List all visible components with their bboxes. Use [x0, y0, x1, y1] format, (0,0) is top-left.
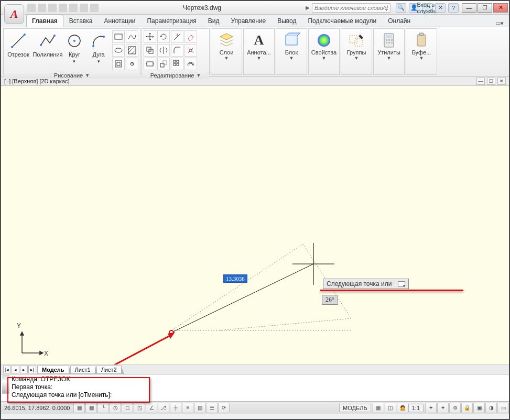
spline-icon[interactable] [126, 30, 138, 43]
tab-nav-last-icon[interactable]: ▸| [28, 366, 36, 373]
status-grid-icon[interactable]: ▦ [373, 403, 384, 413]
panel-properties[interactable]: Свойства▼ [308, 28, 340, 75]
grid-toggle[interactable]: ▦ [85, 403, 97, 413]
isolate-icon[interactable]: ◑ [485, 403, 497, 413]
explode-icon[interactable] [185, 44, 197, 57]
tool-line[interactable]: Отрезок [5, 30, 31, 58]
signin-label[interactable]: Вход в службы [422, 3, 432, 13]
qat-save-icon[interactable] [48, 4, 57, 12]
qat-redo-icon[interactable] [90, 4, 99, 12]
tool-circle[interactable]: Круг▾ [64, 30, 85, 64]
offset-icon[interactable] [185, 58, 197, 70]
lineweight-toggle[interactable]: ≡ [182, 403, 193, 413]
array-icon[interactable] [171, 58, 183, 70]
tab-view[interactable]: Вид [202, 15, 225, 27]
snap-toggle[interactable]: ▦ [73, 403, 85, 413]
viewport-label[interactable]: [–] [Верхняя] [2D каркас] [4, 78, 70, 84]
status-space[interactable]: МОДЕЛЬ [339, 404, 371, 412]
tab-plugins[interactable]: Подключаемые модули [302, 15, 382, 27]
qat-open-icon[interactable] [38, 4, 46, 12]
tab-online[interactable]: Онлайн [382, 15, 416, 27]
ducs-toggle[interactable]: ⎇ [158, 403, 169, 413]
tool-polyline[interactable]: Полилиния [35, 30, 61, 58]
erase-icon[interactable] [185, 30, 197, 43]
panel-block[interactable]: Блок▼ [276, 28, 307, 75]
status-coordinates[interactable]: 26.6015, 17.8962, 0.0000 [1, 405, 73, 411]
panel-draw-expand-icon[interactable]: ▼ [85, 73, 90, 78]
mirror-icon[interactable] [157, 44, 170, 57]
scale-icon[interactable] [157, 58, 170, 70]
clean-screen-icon[interactable]: ▭ [497, 403, 509, 413]
viewport-minimize-icon[interactable]: — [476, 78, 485, 85]
qat-saveas-icon[interactable] [59, 4, 67, 12]
rectangle-icon[interactable] [112, 30, 125, 43]
annoauto-toggle[interactable]: ✦ [437, 403, 449, 413]
hatch-icon[interactable] [126, 44, 138, 57]
help-icon[interactable]: ? [448, 3, 459, 13]
app-menu-button[interactable]: A [4, 4, 24, 24]
drawing-canvas[interactable]: X Y 13.3038 Следующая точка или 26° Нача… [1, 86, 509, 364]
tab-nav-first-icon[interactable]: |◂ [3, 366, 11, 373]
minimize-button[interactable]: — [462, 3, 476, 13]
exchange-icon[interactable]: ✕ [435, 3, 446, 13]
otrack-toggle[interactable]: ∠ [146, 403, 157, 413]
qat-print-icon[interactable] [69, 4, 78, 12]
dynamic-dimension-value[interactable]: 13.3038 [223, 274, 247, 283]
toolbar-lock-icon[interactable]: 🔒 [461, 403, 473, 413]
status-layout-icon[interactable]: ◫ [385, 403, 396, 413]
fillet-icon[interactable] [171, 44, 183, 57]
polygon-icon[interactable] [112, 58, 125, 70]
panel-annotation[interactable]: AАннота...▼ [243, 28, 275, 75]
copy-icon[interactable] [144, 44, 156, 57]
quickprops-toggle[interactable]: ☰ [206, 403, 218, 413]
status-anno-scale[interactable]: 1:1 [408, 404, 424, 412]
ellipse-icon[interactable] [112, 44, 125, 57]
trim-icon[interactable] [171, 30, 183, 43]
tab-parametrization[interactable]: Параметризация [141, 15, 202, 27]
search-dropdown-icon[interactable]: ▶ [306, 5, 310, 10]
osnap-toggle[interactable]: ◻ [122, 403, 133, 413]
panel-groups[interactable]: Группы▼ [341, 28, 372, 75]
tool-arc[interactable]: Дуга▾ [88, 30, 109, 64]
panel-utilities[interactable]: Утилиты▼ [373, 28, 405, 75]
binoculars-icon[interactable]: 🔍 [396, 3, 406, 13]
dynamic-prompt-options-icon[interactable] [398, 281, 405, 287]
selection-cycle-toggle[interactable]: ⟳ [218, 403, 230, 413]
panel-layers[interactable]: Слои▼ [211, 28, 242, 75]
viewport-close-icon[interactable]: ✕ [497, 78, 506, 85]
stretch-icon[interactable] [144, 58, 156, 70]
panel-edit-expand-icon[interactable]: ▼ [196, 73, 201, 78]
tab-annotations[interactable]: Аннотации [98, 15, 141, 27]
maximize-button[interactable]: ☐ [478, 3, 492, 13]
tab-insert[interactable]: Вставка [63, 15, 99, 27]
tab-manage[interactable]: Управление [225, 15, 272, 27]
transparency-toggle[interactable]: ▧ [194, 403, 205, 413]
hardware-accel-icon[interactable]: ▣ [473, 403, 485, 413]
command-drag-handle[interactable] [2, 375, 9, 394]
command-line[interactable]: Команда: ОТРЕЗОК Первая точка: Следующая… [1, 374, 509, 401]
viewport-restore-icon[interactable]: ☐ [487, 78, 495, 85]
ortho-toggle[interactable]: └ [97, 403, 109, 413]
tab-home[interactable]: Главная [26, 15, 63, 27]
osnap3d-toggle[interactable]: ◳ [134, 403, 145, 413]
tab-model[interactable]: Модель [37, 366, 69, 374]
rotate-icon[interactable] [157, 30, 170, 43]
qat-new-icon[interactable] [27, 4, 36, 12]
panel-clipboard[interactable]: Буфе...▼ [406, 28, 437, 75]
ribbon-collapse-icon[interactable]: ▭▾ [495, 20, 504, 27]
annoscale-icon[interactable]: 🙍 [397, 403, 408, 413]
annovis-toggle[interactable]: ✦ [425, 403, 437, 413]
workspace-switch-icon[interactable]: ⚙ [449, 403, 461, 413]
help-search-input[interactable] [312, 3, 390, 13]
move-icon[interactable] [144, 30, 156, 43]
qat-undo-icon[interactable] [80, 4, 88, 12]
tab-sheet2[interactable]: Лист2 [96, 366, 122, 374]
tab-nav-next-icon[interactable]: ▸ [20, 366, 28, 373]
tab-sheet1[interactable]: Лист1 [70, 366, 95, 374]
close-button[interactable]: ✕ [493, 3, 508, 13]
tab-nav-prev-icon[interactable]: ◂ [12, 366, 19, 373]
tab-output[interactable]: Вывод [272, 15, 302, 27]
point-icon[interactable] [126, 58, 138, 70]
polar-toggle[interactable]: ◷ [110, 403, 121, 413]
dyn-toggle[interactable]: ┼ [170, 403, 181, 413]
